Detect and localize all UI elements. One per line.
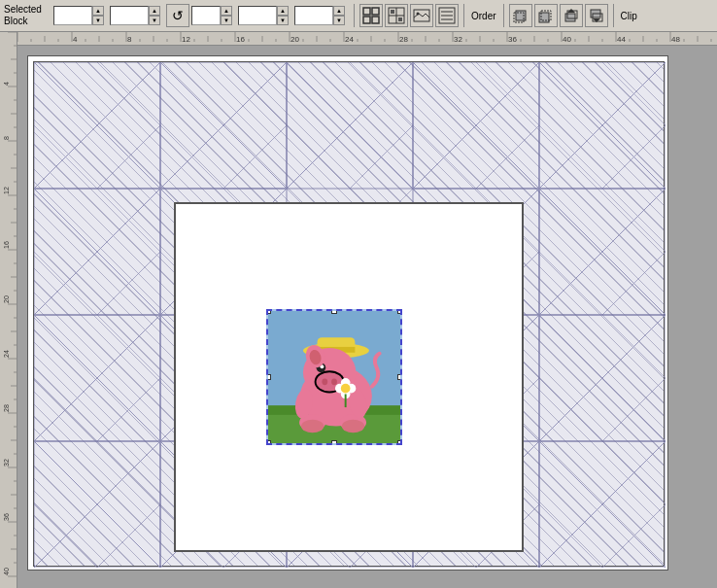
sep2 bbox=[463, 4, 464, 27]
selected-label: Selected bbox=[4, 4, 48, 16]
quilt-grid bbox=[33, 61, 665, 567]
sep3 bbox=[503, 4, 504, 27]
height-input[interactable]: 23.000 bbox=[110, 6, 149, 25]
handle-bottom-right[interactable] bbox=[397, 440, 402, 445]
vertical-ruler bbox=[0, 32, 17, 588]
svg-rect-2 bbox=[363, 17, 370, 23]
rotate-spinbox[interactable]: 0 ▲ ▼ bbox=[191, 5, 232, 26]
clip-label: Clip bbox=[621, 11, 637, 21]
order-label: Order bbox=[471, 11, 496, 21]
pattern-view-icon bbox=[388, 7, 405, 24]
pig-svg bbox=[268, 311, 400, 443]
handle-bottom-left[interactable] bbox=[266, 440, 271, 445]
handle-bottom-mid[interactable] bbox=[331, 440, 337, 445]
rotate-down-btn[interactable]: ▼ bbox=[221, 16, 232, 25]
canvas-area[interactable] bbox=[17, 32, 717, 588]
svg-point-113 bbox=[342, 420, 364, 433]
forward-icon bbox=[563, 7, 580, 24]
horizontal-ruler bbox=[17, 32, 717, 46]
rotate-up-btn[interactable]: ▲ bbox=[221, 6, 232, 16]
posy-spinbox[interactable]: 10.000 ▲ ▼ bbox=[294, 5, 345, 26]
vruler-canvas bbox=[0, 32, 17, 588]
posx-down-btn[interactable]: ▼ bbox=[277, 16, 289, 25]
width-up-btn[interactable]: ▲ bbox=[92, 6, 104, 16]
to-front-icon bbox=[512, 7, 529, 24]
handle-mid-right[interactable] bbox=[397, 374, 402, 380]
handle-mid-left[interactable] bbox=[266, 374, 271, 380]
backward-btn[interactable] bbox=[585, 4, 608, 27]
height-down-btn[interactable]: ▼ bbox=[149, 16, 160, 25]
to-back-icon bbox=[537, 7, 555, 24]
posx-up-btn[interactable]: ▲ bbox=[277, 6, 289, 16]
hruler-canvas bbox=[17, 32, 717, 46]
posx-spinbox-buttons: ▲ ▼ bbox=[277, 6, 289, 25]
canvas-container[interactable] bbox=[17, 46, 717, 588]
image-view-btn[interactable] bbox=[410, 4, 433, 27]
width-down-btn[interactable]: ▼ bbox=[92, 16, 104, 25]
posx-input[interactable]: 10.000 bbox=[238, 6, 277, 25]
list-view-btn[interactable] bbox=[435, 4, 459, 27]
svg-point-105 bbox=[331, 378, 337, 385]
main-area bbox=[0, 32, 717, 588]
rotate-btn[interactable]: ↺ bbox=[166, 4, 189, 27]
height-spinbox-buttons: ▲ ▼ bbox=[149, 6, 160, 25]
svg-rect-1 bbox=[372, 8, 379, 15]
grid-view-btn[interactable] bbox=[359, 4, 383, 27]
svg-point-10 bbox=[417, 13, 420, 16]
svg-rect-3 bbox=[372, 17, 379, 23]
posy-down-btn[interactable]: ▼ bbox=[333, 16, 345, 25]
list-view-icon bbox=[438, 7, 456, 24]
width-spinbox[interactable]: 14.000 ▲ ▼ bbox=[53, 5, 104, 26]
svg-rect-0 bbox=[363, 8, 370, 15]
toolbar: Selected Block 14.000 ▲ ▼ 23.000 ▲ ▼ ↺ 0… bbox=[0, 0, 717, 32]
handle-top-mid[interactable] bbox=[331, 309, 337, 314]
image-view-icon bbox=[413, 7, 430, 24]
sep1 bbox=[354, 4, 355, 27]
rotate-spinbox-buttons: ▲ ▼ bbox=[221, 6, 232, 25]
handle-top-left[interactable] bbox=[266, 309, 271, 314]
pig-block[interactable] bbox=[266, 309, 402, 445]
svg-point-122 bbox=[341, 384, 351, 394]
svg-rect-7 bbox=[391, 10, 394, 14]
to-back-btn[interactable] bbox=[534, 4, 558, 27]
height-up-btn[interactable]: ▲ bbox=[149, 6, 160, 16]
grid-view-icon bbox=[362, 7, 380, 24]
posy-spinbox-buttons: ▲ ▼ bbox=[333, 6, 345, 25]
block-label: Block bbox=[4, 16, 48, 27]
svg-point-111 bbox=[301, 420, 324, 433]
posx-spinbox[interactable]: 10.000 ▲ ▼ bbox=[238, 5, 289, 26]
pattern-view-btn[interactable] bbox=[385, 4, 408, 27]
quilt-canvas[interactable] bbox=[27, 55, 668, 571]
handle-top-right[interactable] bbox=[397, 309, 402, 314]
rotate-input[interactable]: 0 bbox=[191, 6, 221, 25]
width-input[interactable]: 14.000 bbox=[53, 6, 92, 25]
selected-block-label: Selected Block bbox=[4, 4, 48, 27]
width-spinbox-buttons: ▲ ▼ bbox=[92, 6, 104, 25]
svg-point-104 bbox=[322, 378, 327, 385]
sep4 bbox=[613, 4, 614, 27]
svg-rect-8 bbox=[398, 17, 402, 21]
height-spinbox[interactable]: 23.000 ▲ ▼ bbox=[110, 5, 160, 26]
posy-input[interactable]: 10.000 bbox=[294, 6, 333, 25]
forward-btn[interactable] bbox=[560, 4, 583, 27]
to-front-btn[interactable] bbox=[509, 4, 532, 27]
backward-icon bbox=[588, 7, 605, 24]
posy-up-btn[interactable]: ▲ bbox=[333, 6, 345, 16]
